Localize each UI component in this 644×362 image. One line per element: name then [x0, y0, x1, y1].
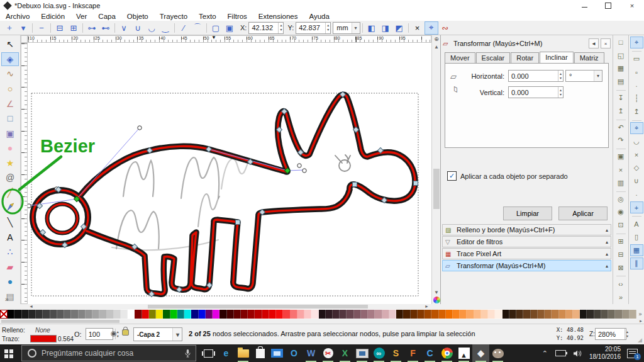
- horizontal-input[interactable]: 0.000▴▾: [508, 70, 564, 82]
- show-bezier-handles-button[interactable]: ⌖: [425, 21, 438, 35]
- file-explorer-taskbar-icon[interactable]: [235, 344, 252, 362]
- scroll-left-arrow[interactable]: ◄: [29, 304, 33, 308]
- palette-swatch[interactable]: [460, 310, 467, 319]
- box-3d-tool-icon[interactable]: ▣: [1, 126, 19, 140]
- undo-button[interactable]: ↶: [614, 122, 628, 133]
- palette-swatch[interactable]: [516, 310, 523, 319]
- palette-scrollbar[interactable]: ►: [0, 319, 644, 324]
- snap-midpoint-button[interactable]: ∙: [630, 188, 643, 200]
- palette-swatch[interactable]: [291, 310, 297, 319]
- palette-swatch[interactable]: [283, 310, 290, 319]
- palette-swatch[interactable]: [0, 310, 8, 319]
- remote-desktop-taskbar-icon[interactable]: [269, 344, 286, 362]
- join-node-button[interactable]: ⊞: [67, 21, 80, 35]
- palette-swatch[interactable]: [177, 310, 184, 319]
- measure-tool-icon[interactable]: ∠: [1, 96, 19, 111]
- palette-swatch[interactable]: [234, 310, 241, 319]
- dock-editor-de-filtros[interactable]: ▽Editor de filtros▴: [442, 236, 611, 247]
- tab-mover[interactable]: Mover: [445, 52, 475, 63]
- palette-swatch[interactable]: [502, 310, 509, 319]
- palette-swatch[interactable]: [269, 310, 276, 319]
- palette-swatch[interactable]: [467, 310, 474, 319]
- snap-smooth-button[interactable]: ∪: [630, 175, 643, 187]
- path-effects-button[interactable]: ◩: [392, 21, 406, 35]
- snap-node-button[interactable]: ⌖: [630, 122, 643, 134]
- canvas[interactable]: [28, 43, 431, 304]
- palette-swatch[interactable]: [333, 310, 340, 319]
- close-button[interactable]: ×: [620, 0, 644, 11]
- layer-visibility-icon[interactable]: ◉: [111, 329, 119, 337]
- palette-swatch[interactable]: [191, 310, 198, 319]
- gradient-tool-icon[interactable]: ▤: [1, 290, 19, 304]
- clock[interactable]: 20:05 18/10/2016: [589, 346, 621, 361]
- palette-swatch[interactable]: [64, 310, 71, 319]
- stroke-color-swatch[interactable]: [30, 335, 57, 342]
- palette-swatch[interactable]: [29, 310, 36, 319]
- palette-swatch[interactable]: [121, 310, 128, 319]
- task-view-button[interactable]: [199, 344, 218, 362]
- palette-swatch[interactable]: [50, 310, 57, 319]
- palette-swatch[interactable]: [509, 310, 516, 319]
- palette-swatch[interactable]: [608, 310, 615, 319]
- x-spinner-arrows[interactable]: ▴▾: [278, 23, 283, 33]
- palette-swatch[interactable]: [92, 310, 99, 319]
- palette-swatch[interactable]: [86, 310, 92, 319]
- show-transform-handles-button[interactable]: ×: [411, 21, 425, 35]
- bucket-fill-tool-icon[interactable]: ●: [1, 274, 19, 289]
- break-node-button[interactable]: ⊟: [53, 21, 67, 35]
- teamviewer-taskbar-icon[interactable]: [353, 344, 370, 362]
- edge-taskbar-icon[interactable]: e: [218, 344, 235, 362]
- open-document-button[interactable]: ◱: [614, 50, 628, 62]
- palette-swatch[interactable]: [36, 310, 43, 319]
- insert-node-menu[interactable]: ▾: [16, 21, 30, 35]
- palette-swatch[interactable]: [382, 310, 389, 319]
- excel-taskbar-icon[interactable]: X: [336, 344, 353, 362]
- snap-bbox-button[interactable]: ▭: [630, 53, 643, 65]
- palette-swatch[interactable]: [573, 310, 580, 319]
- palette-swatch[interactable]: [439, 310, 446, 319]
- panel-close-button[interactable]: ×: [601, 38, 611, 48]
- save-document-button[interactable]: ▦: [614, 63, 628, 75]
- calligraphy-tool-icon[interactable]: ╲: [1, 215, 19, 230]
- action-center-icon[interactable]: 1: [627, 349, 638, 358]
- print-button[interactable]: ▤: [614, 76, 628, 88]
- clear-button[interactable]: Limpiar: [503, 206, 552, 220]
- palette-scroll-thumb[interactable]: [1, 320, 119, 323]
- palette-swatch[interactable]: [474, 310, 481, 319]
- zoom-selection-button[interactable]: ◎: [614, 193, 628, 205]
- vertical-input[interactable]: 0.000▴▾: [508, 86, 564, 98]
- panel-dock-button[interactable]: ◄: [589, 38, 599, 48]
- apply-separately-checkbox[interactable]: ✓: [447, 171, 457, 181]
- palette-swatch[interactable]: [206, 310, 213, 319]
- snap-cusp-button[interactable]: ◇: [630, 162, 643, 174]
- palette-swatch[interactable]: [566, 310, 573, 319]
- palette-swatch[interactable]: [446, 310, 453, 319]
- search-input[interactable]: Pregúntame cualquier cosa: [21, 345, 196, 361]
- palette-swatch[interactable]: [523, 310, 530, 319]
- join-with-segment-button[interactable]: ⊶: [85, 21, 99, 35]
- palette-swatch[interactable]: [354, 310, 361, 319]
- palette-swatch[interactable]: [184, 310, 191, 319]
- menu-ayuda[interactable]: Ayuda: [304, 13, 335, 20]
- snipping-tool-taskbar-icon[interactable]: ✂: [319, 344, 336, 362]
- inkscape-taskbar-icon[interactable]: ◆: [472, 344, 489, 362]
- palette-swatch[interactable]: [142, 310, 149, 319]
- menu-texto[interactable]: Texto: [193, 13, 222, 20]
- tab-inclinar[interactable]: Inclinar: [540, 52, 573, 64]
- tweak-tool-icon[interactable]: ∿: [1, 67, 19, 81]
- path-node[interactable]: [236, 220, 240, 225]
- vertical-scrollbar[interactable]: ⊕ ▲ ▼: [431, 35, 440, 304]
- gimp-taskbar-icon[interactable]: [489, 344, 506, 362]
- tab-escalar[interactable]: Escalar: [476, 52, 511, 63]
- palette-swatch[interactable]: [213, 310, 219, 319]
- palette-swatch[interactable]: [14, 310, 21, 319]
- snap-guide-button[interactable]: ∥: [630, 257, 643, 269]
- corner-node-button[interactable]: ∨: [117, 21, 131, 35]
- palette-swatch[interactable]: [163, 310, 170, 319]
- toolbox-overflow-button[interactable]: »: [5, 296, 9, 303]
- palette-swatch[interactable]: [347, 310, 353, 319]
- vertical-spinner-arrows[interactable]: ▴▾: [558, 87, 563, 98]
- menu-archivo[interactable]: Archivo: [0, 13, 35, 20]
- battery-icon[interactable]: [555, 350, 566, 356]
- apply-button[interactable]: Aplicar: [558, 206, 608, 220]
